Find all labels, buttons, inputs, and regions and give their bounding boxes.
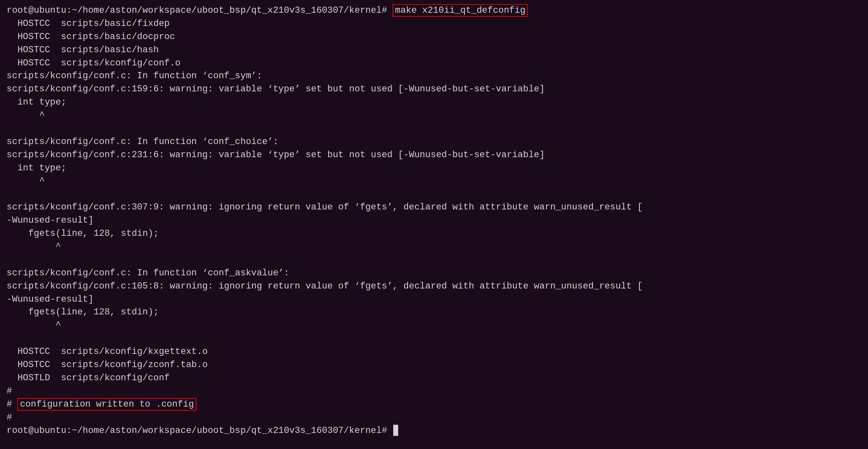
terminal-cursor [393, 425, 398, 435]
line-caret-1: ^ [7, 109, 861, 122]
line-conf-sym-warn: scripts/kconfig/conf.c:159:6: warning: v… [7, 83, 861, 96]
line-empty-4 [7, 332, 861, 345]
line-hostcc-docproc: HOSTCC scripts/basic/docproc [7, 30, 861, 44]
config-written-box: configuration written to .config [17, 398, 196, 411]
line-conf-sym-func: scripts/kconfig/conf.c: In function ‘con… [7, 70, 861, 83]
line-fgets-warn-2a: scripts/kconfig/conf.c:105:8: warning: i… [7, 280, 861, 293]
line-hostcc-hash: HOSTCC scripts/basic/hash [7, 44, 861, 57]
line-config-written: # configuration written to .config [7, 398, 861, 411]
line-fgets-call-2: fgets(line, 128, stdin); [7, 306, 861, 319]
line-hostcc-zconf: HOSTCC scripts/kconfig/zconf.tab.o [7, 358, 861, 372]
line-fgets-warn-1b: -Wunused-result] [7, 214, 861, 227]
line-int-type-2: int type; [7, 162, 861, 175]
line-prompt-command: root@ubuntu:~/home/aston/workspace/uboot… [7, 4, 861, 17]
line-hash-2: # [7, 411, 861, 424]
line-hostld-conf: HOSTLD scripts/kconfig/conf [7, 372, 861, 385]
line-caret-4: ^ [7, 319, 861, 332]
line-hostcc-kxgettext: HOSTCC scripts/kconfig/kxgettext.o [7, 345, 861, 358]
line-empty-2 [7, 188, 861, 201]
final-prompt-text: root@ubuntu:~/home/aston/workspace/uboot… [7, 426, 387, 436]
line-int-type-1: int type; [7, 96, 861, 109]
line-fgets-warn-1a: scripts/kconfig/conf.c:307:9: warning: i… [7, 201, 861, 214]
line-hash-1: # [7, 385, 861, 398]
command-boxed: make x210ii_qt_defconfig [392, 4, 528, 17]
line-conf-askvalue-func: scripts/kconfig/conf.c: In function ‘con… [7, 267, 861, 280]
line-fgets-warn-2b: -Wunused-result] [7, 293, 861, 306]
line-empty-1 [7, 122, 861, 135]
line-conf-choice-warn: scripts/kconfig/conf.c:231:6: warning: v… [7, 149, 861, 162]
line-conf-choice-func: scripts/kconfig/conf.c: In function ‘con… [7, 135, 861, 149]
terminal-window: root@ubuntu:~/home/aston/workspace/uboot… [7, 4, 861, 437]
line-hostcc-fixdep: HOSTCC scripts/basic/fixdep [7, 17, 861, 30]
line-caret-3: ^ [7, 240, 861, 254]
line-hostcc-conf-o: HOSTCC scripts/kconfig/conf.o [7, 57, 861, 70]
line-fgets-call-1: fgets(line, 128, stdin); [7, 227, 861, 240]
line-final-prompt: root@ubuntu:~/home/aston/workspace/uboot… [7, 424, 861, 437]
prompt-text: root@ubuntu:~/home/aston/workspace/uboot… [7, 5, 387, 16]
line-empty-3 [7, 254, 861, 267]
line-caret-2: ^ [7, 175, 861, 188]
